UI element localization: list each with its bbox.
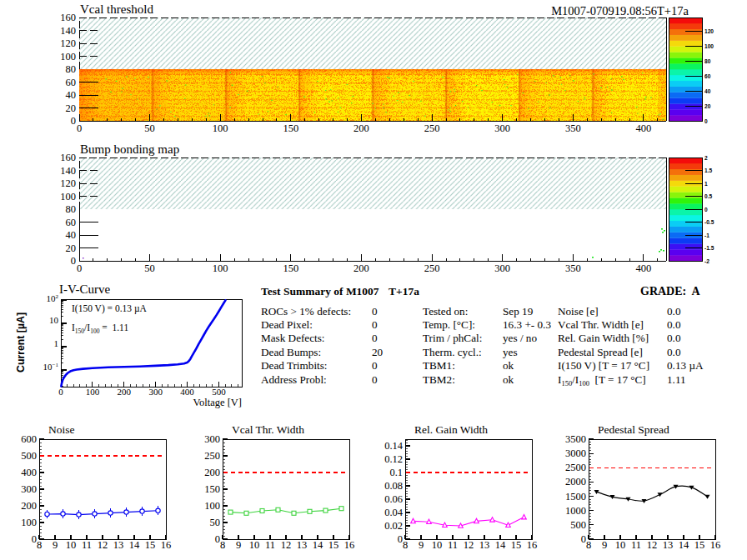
svg-text:12: 12 (98, 539, 108, 551)
svg-text:0.0: 0.0 (667, 318, 681, 331)
svg-text:Vcal Thr. Width [e]: Vcal Thr. Width [e] (558, 318, 644, 331)
svg-text:Pedestal Spread: Pedestal Spread (598, 423, 669, 436)
svg-text:160: 160 (60, 152, 76, 163)
svg-text:20: 20 (372, 346, 384, 358)
svg-text:400: 400 (636, 122, 652, 134)
svg-text:Noise [e]: Noise [e] (558, 305, 599, 318)
svg-text:13: 13 (479, 539, 490, 551)
svg-text:M1007-070919.08:56T+17a: M1007-070919.08:56T+17a (551, 4, 689, 18)
svg-text:200: 200 (118, 387, 132, 397)
svg-text:0: 0 (704, 207, 708, 212)
svg-text:0.02: 0.02 (384, 520, 403, 532)
svg-text:50: 50 (144, 262, 155, 274)
svg-text:250: 250 (204, 450, 220, 462)
svg-text:20: 20 (66, 102, 77, 114)
svg-text:12: 12 (281, 539, 292, 551)
svg-text:9: 9 (602, 539, 607, 551)
svg-text:3500: 3500 (565, 433, 586, 445)
svg-text:0.14: 0.14 (384, 440, 404, 452)
svg-text:Tested on:: Tested on: (423, 305, 468, 318)
svg-text:0: 0 (372, 318, 378, 331)
svg-text:1: 1 (704, 181, 708, 187)
svg-text:16: 16 (710, 539, 721, 551)
svg-text:13: 13 (113, 539, 124, 551)
svg-text:50: 50 (144, 122, 155, 134)
svg-text:10: 10 (66, 539, 77, 551)
svg-text:300: 300 (21, 483, 37, 495)
svg-text:300: 300 (204, 433, 220, 445)
svg-text:400: 400 (180, 387, 194, 397)
svg-text:1.11: 1.11 (667, 373, 686, 386)
svg-text:Noise: Noise (48, 423, 75, 436)
svg-text:-0.5: -0.5 (704, 219, 714, 225)
svg-text:16: 16 (344, 539, 355, 551)
svg-text:10: 10 (615, 539, 626, 551)
svg-text:80: 80 (66, 63, 77, 75)
svg-text:0.04: 0.04 (384, 507, 404, 518)
svg-text:250: 250 (424, 122, 440, 134)
svg-text:250: 250 (424, 262, 440, 274)
svg-text:140: 140 (60, 165, 76, 177)
svg-text:0: 0 (77, 262, 82, 274)
svg-text:150: 150 (283, 122, 298, 134)
svg-text:Temp. [°C]:: Temp. [°C]: (423, 318, 475, 331)
svg-text:I-V-Curve: I-V-Curve (59, 282, 110, 296)
svg-text:Voltage [V]: Voltage [V] (193, 397, 242, 408)
svg-text:Dead Pixel:: Dead Pixel: (261, 318, 313, 331)
svg-text:0.13 µA: 0.13 µA (667, 359, 704, 372)
svg-text:T+17a: T+17a (389, 285, 419, 298)
svg-text:50: 50 (210, 517, 221, 528)
svg-text:120: 120 (60, 38, 76, 49)
svg-text:200: 200 (353, 122, 369, 134)
svg-text:10: 10 (49, 315, 59, 325)
svg-text:0: 0 (372, 305, 378, 318)
svg-text:1: 1 (54, 338, 59, 348)
svg-text:0: 0 (372, 373, 378, 386)
svg-text:0.0: 0.0 (667, 346, 681, 358)
svg-text:9: 9 (53, 539, 58, 551)
svg-text:ROCs > 1% defects:: ROCs > 1% defects: (261, 305, 351, 318)
svg-text:-1.5: -1.5 (704, 245, 714, 251)
svg-text:13: 13 (297, 539, 308, 551)
svg-text:40: 40 (704, 88, 711, 94)
svg-text:15: 15 (511, 539, 522, 551)
svg-text:0: 0 (71, 115, 76, 127)
svg-text:Therm. cycl.:: Therm. cycl.: (423, 346, 482, 358)
svg-text:Rel. Gain Width: Rel. Gain Width (414, 423, 488, 436)
svg-text:Sep 19: Sep 19 (503, 305, 534, 318)
svg-text:Pedestal Spread [e]: Pedestal Spread [e] (558, 346, 643, 358)
svg-text:100: 100 (704, 43, 714, 49)
svg-text:0.12: 0.12 (384, 453, 403, 465)
svg-text:500: 500 (212, 387, 226, 397)
svg-text:0.0: 0.0 (667, 332, 681, 344)
svg-text:500: 500 (570, 519, 586, 531)
svg-text:300: 300 (494, 262, 510, 274)
svg-text:200: 200 (21, 500, 37, 512)
svg-text:1.5: 1.5 (704, 168, 712, 173)
svg-text:Bump bonding map: Bump bonding map (80, 142, 179, 156)
svg-text:15: 15 (328, 539, 339, 551)
svg-text:150: 150 (283, 262, 298, 274)
svg-text:100: 100 (60, 191, 76, 202)
svg-text:I(150 V) = 0.13 µA: I(150 V) = 0.13 µA (72, 303, 148, 314)
svg-text:15: 15 (145, 539, 156, 551)
svg-text:350: 350 (565, 122, 581, 134)
svg-text:yes / no: yes / no (503, 332, 537, 344)
svg-text:0: 0 (372, 359, 378, 372)
svg-text:60: 60 (66, 217, 77, 228)
svg-text:13: 13 (663, 539, 674, 551)
svg-text:8: 8 (586, 539, 591, 551)
svg-text:100: 100 (213, 262, 228, 274)
svg-text:40: 40 (66, 229, 77, 241)
svg-text:10: 10 (249, 539, 260, 551)
svg-text:16.3 +- 0.3: 16.3 +- 0.3 (503, 318, 551, 331)
svg-text:14: 14 (129, 539, 140, 551)
svg-text:I(150 V) [T = 17 °C]: I(150 V) [T = 17 °C] (558, 359, 649, 372)
svg-text:200: 200 (353, 262, 369, 274)
svg-text:0.5: 0.5 (704, 193, 712, 199)
svg-text:120: 120 (60, 178, 76, 189)
svg-text:Dead Trimbits:: Dead Trimbits: (261, 359, 328, 372)
svg-text:Rel. Gain Width [%]: Rel. Gain Width [%] (558, 332, 649, 344)
svg-text:9: 9 (236, 539, 241, 551)
svg-text:14: 14 (313, 539, 323, 551)
